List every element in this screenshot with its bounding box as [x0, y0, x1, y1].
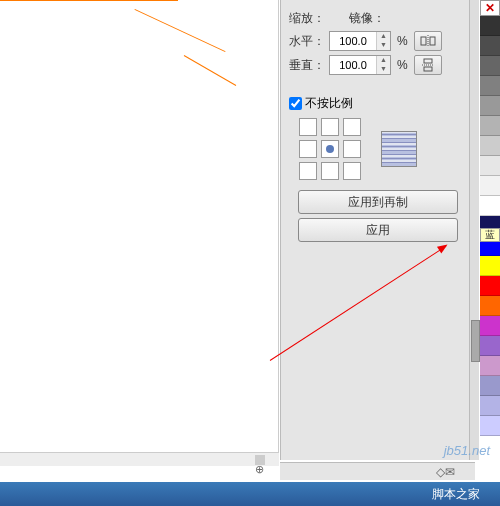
swatch[interactable] — [480, 356, 500, 376]
h-label: 水平： — [289, 33, 325, 50]
swatch[interactable] — [480, 256, 500, 276]
svg-rect-4 — [424, 67, 432, 71]
h-down[interactable]: ▼ — [377, 41, 390, 50]
anchor-br[interactable] — [343, 162, 361, 180]
scale-label: 缩放： — [289, 10, 325, 27]
drawn-line-2 — [184, 55, 236, 86]
v-down[interactable]: ▼ — [377, 65, 390, 74]
h-scale-input[interactable]: ▲▼ — [329, 31, 391, 51]
mirror-h-button[interactable] — [414, 31, 442, 51]
v-scale-input[interactable]: ▲▼ — [329, 55, 391, 75]
mirror-v-button[interactable] — [414, 55, 442, 75]
status-icons[interactable]: ◇✉ — [436, 465, 455, 479]
zoom-icon[interactable]: ⊕ — [255, 463, 264, 476]
svg-rect-1 — [430, 37, 435, 45]
panel-scrollbar[interactable] — [469, 0, 479, 460]
svg-rect-3 — [424, 59, 432, 63]
anchor-tc[interactable] — [321, 118, 339, 136]
close-icon[interactable]: ✕ — [480, 0, 500, 16]
anchor-bl[interactable] — [299, 162, 317, 180]
swatch[interactable] — [480, 316, 500, 336]
swatch[interactable] — [480, 416, 500, 436]
swatch-tooltip: 蓝 — [480, 228, 500, 242]
swatch[interactable] — [480, 196, 500, 216]
apply-to-duplicate-button[interactable]: 应用到再制 — [298, 190, 458, 214]
swatch[interactable] — [480, 36, 500, 56]
swatch[interactable] — [480, 156, 500, 176]
swatch[interactable] — [480, 296, 500, 316]
h-scrollbar[interactable] — [0, 452, 279, 466]
swatch[interactable] — [480, 376, 500, 396]
apply-button[interactable]: 应用 — [298, 218, 458, 242]
anchor-bc[interactable] — [321, 162, 339, 180]
non-prop-check-input[interactable] — [289, 97, 302, 110]
non-proportional-checkbox[interactable]: 不按比例 — [289, 95, 467, 112]
swatch[interactable] — [480, 336, 500, 356]
v-up[interactable]: ▲ — [377, 56, 390, 65]
transform-panel: 缩放： 镜像： 水平： ▲▼ % 垂直： ▲▼ % 不按比例 — [280, 0, 475, 460]
swatch[interactable] — [480, 396, 500, 416]
anchor-mr[interactable] — [343, 140, 361, 158]
anchor-grid[interactable] — [299, 118, 361, 180]
anchor-ml[interactable] — [299, 140, 317, 158]
swatch[interactable] — [480, 96, 500, 116]
svg-rect-0 — [421, 37, 426, 45]
anchor-tl[interactable] — [299, 118, 317, 136]
non-prop-label: 不按比例 — [305, 95, 353, 112]
v-label: 垂直： — [289, 57, 325, 74]
v-value[interactable] — [330, 59, 376, 71]
canvas-area[interactable] — [0, 0, 279, 460]
swatch[interactable] — [480, 56, 500, 76]
anchor-tr[interactable] — [343, 118, 361, 136]
footer-bar: 脚本之家 — [0, 482, 500, 506]
anchor-preview[interactable] — [381, 131, 417, 167]
anchor-center[interactable] — [321, 140, 339, 158]
swatch[interactable] — [480, 276, 500, 296]
swatch[interactable] — [480, 176, 500, 196]
swatch[interactable] — [480, 136, 500, 156]
h-up[interactable]: ▲ — [377, 32, 390, 41]
footer-text: 脚本之家 — [432, 486, 480, 503]
drawn-line-1 — [134, 9, 225, 52]
pct: % — [397, 34, 408, 48]
swatch[interactable] — [480, 116, 500, 136]
watermark: jb51.net — [444, 443, 490, 458]
swatch[interactable] — [480, 76, 500, 96]
swatch[interactable] — [480, 16, 500, 36]
guide-line — [0, 0, 178, 1]
h-value[interactable] — [330, 35, 376, 47]
status-bar: ◇✉ — [280, 462, 475, 480]
pct: % — [397, 58, 408, 72]
mirror-label: 镜像： — [349, 10, 385, 27]
